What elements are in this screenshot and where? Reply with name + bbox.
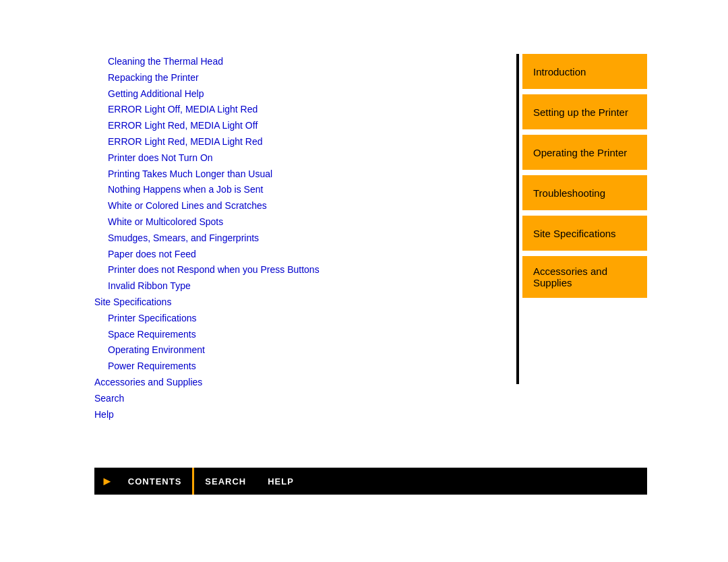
toc-item-printer-not-turn-on[interactable]: Printer does Not Turn On: [108, 150, 512, 166]
search-button[interactable]: SEARCH: [194, 468, 257, 495]
toc-item-invalid-ribbon[interactable]: Invalid Ribbon Type: [108, 278, 512, 294]
toc-section-accessories[interactable]: Accessories and Supplies: [94, 375, 512, 391]
toc-item-error-red-media-off[interactable]: ERROR Light Red, MEDIA Light Off: [108, 118, 512, 134]
toc-section-site-specs[interactable]: Site Specifications: [94, 294, 512, 311]
toolbar-arrow-icon: ►: [101, 474, 113, 489]
sidebar-label-introduction: Introduction: [533, 66, 586, 77]
toc-item-white-colored-lines[interactable]: White or Colored Lines and Scratches: [108, 198, 512, 214]
sidebar-label-operating: Operating the Printer: [533, 147, 627, 158]
sidebar-label-setting-up: Setting up the Printer: [533, 106, 628, 118]
sidebar-item-site-specs[interactable]: Site Specifications: [522, 216, 647, 251]
sidebar-nav: Introduction Setting up the Printer Oper…: [522, 54, 647, 303]
vertical-divider: [516, 54, 519, 384]
bottom-toolbar: ► CONTENTS SEARCH HELP: [94, 468, 647, 495]
toc-section-search[interactable]: Search: [94, 391, 512, 407]
toc-item-white-multicolored-spots[interactable]: White or Multicolored Spots: [108, 214, 512, 230]
toc-section-help[interactable]: Help: [94, 407, 512, 423]
toc-item-power-requirements[interactable]: Power Requirements: [108, 358, 512, 375]
toc-item-printing-takes-longer[interactable]: Printing Takes Much Longer than Usual: [108, 166, 512, 183]
toc-item-cleaning[interactable]: Cleaning the Thermal Head: [108, 54, 512, 70]
toc-item-printer-specs[interactable]: Printer Specifications: [108, 311, 512, 327]
toc-item-additional-help[interactable]: Getting Additional Help: [108, 86, 512, 102]
sidebar-item-introduction[interactable]: Introduction: [522, 54, 647, 89]
sidebar-item-setting-up[interactable]: Setting up the Printer: [522, 94, 647, 129]
toc-item-space-requirements[interactable]: Space Requirements: [108, 327, 512, 343]
toc-item-repacking[interactable]: Repacking the Printer: [108, 70, 512, 86]
toc-container: Cleaning the Thermal Head Repacking the …: [94, 54, 512, 423]
toc-item-operating-environment[interactable]: Operating Environment: [108, 342, 512, 358]
toc-item-smudges[interactable]: Smudges, Smears, and Fingerprints: [108, 230, 512, 247]
help-button[interactable]: HELP: [257, 468, 305, 495]
sidebar-item-operating[interactable]: Operating the Printer: [522, 135, 647, 170]
toc-item-error-light-off-media-red[interactable]: ERROR Light Off, MEDIA Light Red: [108, 102, 512, 118]
sidebar-item-accessories[interactable]: Accessories and Supplies: [522, 256, 647, 298]
sidebar-label-troubleshooting: Troubleshooting: [533, 187, 605, 199]
toolbar-contents-section: ► CONTENTS SEARCH HELP: [94, 468, 305, 495]
toc-item-printer-not-respond[interactable]: Printer does not Respond when you Press …: [108, 262, 512, 278]
toc-item-error-red-media-red[interactable]: ERROR Light Red, MEDIA Light Red: [108, 134, 512, 150]
toc-item-paper-not-feed[interactable]: Paper does not Feed: [108, 247, 512, 263]
contents-button[interactable]: CONTENTS: [117, 468, 193, 495]
sidebar-label-accessories: Accessories and Supplies: [533, 266, 607, 288]
sidebar-label-site-specs: Site Specifications: [533, 228, 616, 239]
toc-item-nothing-happens[interactable]: Nothing Happens when a Job is Sent: [108, 182, 512, 198]
sidebar-item-troubleshooting[interactable]: Troubleshooting: [522, 175, 647, 210]
